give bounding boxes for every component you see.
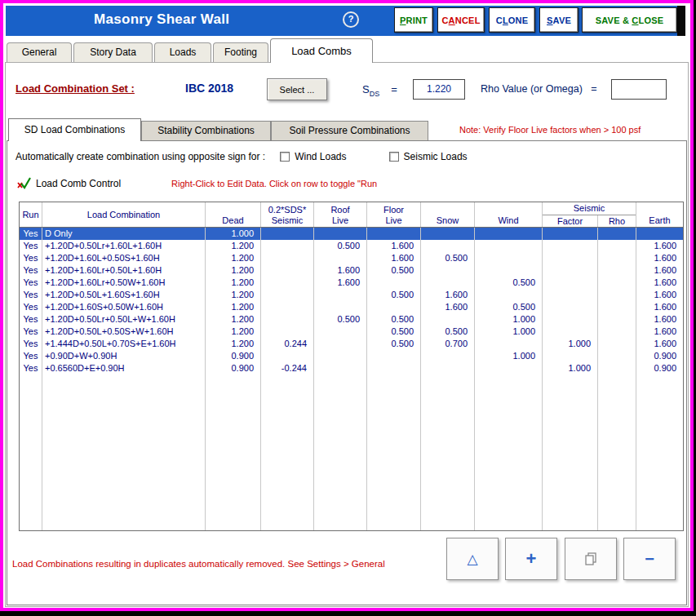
subtab-soil-pressure-combinations[interactable]: Soil Pressure Combinations [271,121,428,141]
cell-dead: 1.200 [206,301,261,313]
table-row[interactable]: Yes +1.20D+1.60S+0.50W+1.60H 1.200 1.600… [20,301,683,313]
load-combination-set-label: Load Combination Set : [16,82,135,95]
cell-rho [598,264,636,277]
table-row[interactable]: Yes +1.20D+0.50Lr+1.60L+1.60H 1.200 0.50… [20,240,683,252]
help-icon[interactable]: ? [343,11,359,28]
save-close-button[interactable]: SAVE & CLOSE [582,7,677,33]
table-row[interactable]: Yes +1.20D+1.60Lr+0.50L+1.60H 1.200 1.60… [20,264,683,277]
print-button[interactable]: PRINT [394,7,433,33]
cell-seismic-factor [543,326,598,338]
clone-button[interactable]: CLONE [489,7,535,33]
cell-rho [598,289,636,301]
cell-rho [598,240,636,252]
cell-roof-live [314,289,367,301]
cell-dead: 1.200 [206,240,261,252]
cell-seismic-sds: 0.244 [261,338,314,350]
header-seismic-group: Seismic FactorRho [543,202,636,227]
table-row[interactable]: Yes D Only 1.000 [20,228,683,240]
cell-snow [421,277,475,289]
cell-seismic-sds [261,240,314,252]
rho-value-field[interactable] [611,79,667,100]
cell-earth: 0.900 [636,362,683,374]
cell-roof-live: 1.600 [314,277,367,289]
cell-earth: 0.900 [636,350,683,362]
cancel-button[interactable]: CANCEL [437,7,485,33]
load-comb-control-label: Load Comb Control [36,178,121,189]
cell-rho [598,301,636,313]
cell-earth: 1.600 [636,252,683,264]
header-dead: Dead [206,202,261,227]
load-combination-set-value: IBC 2018 [185,82,233,95]
cell-dead: 0.900 [206,350,261,362]
cell-seismic-sds [261,228,314,240]
cell-wind [475,362,543,374]
header-run: Run [20,202,42,227]
tab-loads[interactable]: Loads [154,42,211,63]
cell-seismic-factor [543,277,598,289]
table-row[interactable]: Yes +1.20D+1.60Lr+0.50W+1.60H 1.200 1.60… [20,277,683,289]
cell-floor-live [367,228,421,240]
cell-snow [421,313,475,326]
cell-run: Yes [20,301,42,313]
save-button[interactable]: SAVE [539,7,579,33]
sds-label: SDS= [362,83,397,98]
table-row[interactable]: Yes +1.20D+1.60L+0.50S+1.60H 1.200 1.600… [20,252,683,264]
cell-run: Yes [20,277,42,289]
header-roof-live: RoofLive [314,202,367,227]
floor-live-note: Note: Verify Floor Live factors when > 1… [459,125,641,135]
cell-wind [475,264,543,277]
add-row-button[interactable]: + [505,538,557,580]
table-row[interactable]: Yes +1.444D+0.50L+0.70S+E+1.60H 1.200 0.… [20,338,683,350]
cell-snow: 0.500 [421,326,475,338]
tab-story-data[interactable]: Story Data [73,42,153,63]
cell-load-combination: +1.20D+1.60Lr+0.50L+1.60H [42,264,206,277]
cell-load-combination: +1.444D+0.50L+0.70S+E+1.60H [42,338,206,350]
table-row[interactable]: Yes +1.20D+0.50L+1.60S+1.60H 1.200 0.500… [20,289,683,301]
cell-floor-live [367,301,421,313]
cell-seismic-sds [261,350,314,362]
copy-row-button[interactable] [565,538,617,580]
move-up-button[interactable]: △ [446,538,499,580]
edit-hint: Right-Click to Edit Data. Click on row t… [171,179,377,188]
cell-floor-live: 1.600 [367,252,421,264]
cell-dead: 0.900 [206,362,261,374]
subtab-sd-load-combinations[interactable]: SD Load Combinations [8,118,141,141]
cell-roof-live: 0.500 [314,240,367,252]
cell-dead: 1.000 [206,228,261,240]
cell-earth: 1.600 [636,264,683,277]
plus-icon: + [526,548,537,569]
table-row[interactable]: Yes +1.20D+0.50Lr+0.50L+W+1.60H 1.200 0.… [20,313,683,326]
table-row[interactable]: Yes +1.20D+0.50L+0.50S+W+1.60H 1.200 0.5… [20,326,683,338]
tab-general[interactable]: General [7,42,72,63]
tab-load-combs[interactable]: Load Combs [270,38,373,63]
cell-dead: 1.200 [206,338,261,350]
seismic-loads-checkbox[interactable] [389,152,399,162]
grid-body: Yes D Only 1.000 Yes +1.20D+0.50Lr+1.60L… [20,228,683,374]
cell-snow: 0.700 [421,338,475,350]
cell-rho [598,313,636,326]
cell-earth: 1.600 [636,338,683,350]
sds-value-field[interactable]: 1.220 [413,79,465,100]
auto-create-row: Automatically create combination using o… [16,151,468,162]
cell-dead: 1.200 [206,264,261,277]
load-comb-grid: Run Load Combination Dead 0.2*SDS*Seismi… [19,202,684,531]
cell-load-combination: +0.90D+W+0.90H [42,350,206,362]
tab-footing[interactable]: Footing [213,42,268,63]
wind-loads-label: Wind Loads [295,151,346,162]
cell-load-combination: +1.20D+1.60Lr+0.50W+1.60H [42,277,206,289]
triangle-up-icon: △ [467,551,477,568]
select-combo-set-button[interactable]: Select ... [267,78,327,100]
cell-run: Yes [20,289,42,301]
cell-floor-live [367,362,421,374]
subtab-stability-combinations[interactable]: Stability Combinations [141,121,271,141]
cell-run: Yes [20,326,42,338]
header-seismic-sds: 0.2*SDS*Seismic [261,202,314,227]
wind-loads-checkbox[interactable] [280,152,290,162]
cell-rho [598,338,636,350]
cell-snow: 1.600 [421,301,475,313]
cell-wind [475,289,543,301]
cell-seismic-sds [261,326,314,338]
delete-row-button[interactable]: − [623,538,676,580]
table-row[interactable]: Yes +0.6560D+E+0.90H 0.900 -0.244 1.000 … [20,362,683,374]
table-row[interactable]: Yes +0.90D+W+0.90H 0.900 1.000 0.900 [20,350,683,362]
